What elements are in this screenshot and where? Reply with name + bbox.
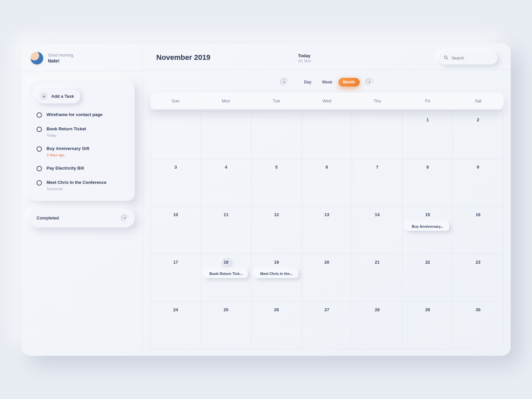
day-number: 17 [171, 258, 180, 266]
task-title: Meet Chris In the Conference [47, 180, 106, 186]
task-item[interactable]: Meet Chris In the ConferenceTomorrow [37, 180, 127, 191]
dow-label: Tue [251, 98, 302, 103]
calendar-cell[interactable]: 28 [352, 302, 403, 349]
day-number: 9 [473, 163, 483, 171]
day-number: 19 [272, 258, 281, 266]
prev-button[interactable] [280, 78, 289, 86]
day-number: 27 [322, 306, 332, 314]
calendar-cell[interactable]: 16 [453, 207, 503, 254]
search-box[interactable] [439, 52, 497, 65]
dow-label: Sat [453, 98, 503, 103]
plus-icon: + [40, 92, 48, 100]
calendar-cell[interactable]: 1 [403, 112, 453, 159]
calendar-cell[interactable]: 17 [151, 254, 201, 302]
calendar-cell[interactable]: 19Meet Chris in the... [251, 254, 302, 302]
calendar-cell[interactable]: 24 [151, 302, 201, 349]
day-number: 3 [171, 163, 180, 171]
calendar-cell[interactable]: 2 [453, 112, 503, 159]
task-checkbox[interactable] [37, 166, 42, 171]
task-item[interactable]: Pay Electricity Bill [37, 166, 127, 171]
day-number: 4 [221, 163, 231, 171]
dow-label: Thu [352, 98, 403, 103]
day-number: 6 [322, 163, 332, 171]
calendar-cell[interactable]: 13 [302, 207, 352, 254]
main-panel: November 2019 Today 18, Mon Day Week Mon… [143, 43, 511, 356]
task-card: + Add a Task Wireframe for contact pageB… [29, 81, 135, 201]
day-number: 10 [171, 211, 180, 219]
calendar-cell[interactable]: 15Buy Anniversary... [403, 207, 453, 254]
calendar-cell[interactable]: 9 [453, 159, 503, 207]
day-number: 11 [221, 211, 231, 219]
view-month[interactable]: Month [338, 78, 360, 86]
profile-text: Good morning, Nate! [48, 53, 74, 64]
calendar-cell[interactable]: 8 [403, 159, 453, 207]
dow-row: SunMonTueWedThuFriSat [150, 92, 503, 109]
completed-toggle[interactable]: Completed [29, 209, 135, 227]
task-checkbox[interactable] [37, 127, 42, 132]
task-checkbox[interactable] [37, 146, 42, 152]
calendar-cell[interactable]: 26 [251, 302, 302, 349]
task-checkbox[interactable] [37, 112, 42, 118]
calendar-cell[interactable]: 4 [201, 159, 252, 207]
calendar-cell[interactable]: 29 [403, 302, 453, 349]
day-number: 15 [423, 211, 432, 219]
calendar-cell [302, 112, 352, 159]
user-name: Nate! [48, 58, 74, 64]
day-number: 21 [373, 258, 382, 266]
search-input[interactable] [452, 56, 490, 61]
calendar-cell[interactable]: 20 [302, 254, 352, 302]
day-number: 23 [473, 258, 483, 266]
day-number: 24 [171, 306, 180, 314]
task-subtext: 3 days ago [47, 153, 89, 157]
task-item[interactable]: Book Return TicketToday [37, 126, 127, 137]
calendar-cell[interactable]: 7 [352, 159, 403, 207]
calendar-cell[interactable]: 14 [352, 207, 403, 254]
view-day[interactable]: Day [299, 78, 316, 86]
day-number: 7 [373, 163, 382, 171]
day-number: 1 [423, 116, 432, 124]
task-title: Wireframe for contact page [47, 112, 102, 118]
calendar-event[interactable]: Book Return Tick... [204, 269, 248, 278]
completed-label: Completed [37, 215, 59, 220]
day-number: 22 [423, 258, 432, 266]
task-subtext: Today [47, 133, 86, 137]
greeting-text: Good morning, [48, 53, 74, 58]
task-item[interactable]: Wireframe for contact page [37, 112, 127, 118]
search-icon [444, 55, 448, 61]
day-number: 29 [423, 306, 432, 314]
next-button[interactable] [365, 78, 374, 86]
calendar-cell[interactable]: 23 [453, 254, 503, 302]
task-checkbox[interactable] [37, 180, 42, 186]
dow-label: Sun [150, 98, 201, 103]
add-task-button[interactable]: + Add a Task [37, 89, 80, 103]
day-number: 30 [473, 306, 483, 314]
calendar-cell [201, 112, 252, 159]
calendar-cell[interactable]: 25 [201, 302, 252, 349]
task-subtext: Tomorrow [47, 187, 106, 191]
calendar-cell[interactable]: 11 [201, 207, 252, 254]
avatar[interactable] [31, 52, 43, 65]
calendar-cell[interactable]: 10 [151, 207, 201, 254]
calendar-cell[interactable]: 27 [302, 302, 352, 349]
calendar-event[interactable]: Meet Chris in the... [255, 269, 298, 278]
add-task-label: Add a Task [51, 94, 74, 99]
sidebar: Good morning, Nate! + Add a Task Wirefra… [21, 43, 143, 356]
calendar-cell[interactable]: 3 [151, 159, 201, 207]
day-number: 8 [423, 163, 432, 171]
view-week[interactable]: Week [317, 78, 337, 86]
day-number: 18 [221, 258, 231, 266]
calendar-cell[interactable]: 18Book Return Tick... [201, 254, 252, 302]
calendar-cell[interactable]: 30 [453, 302, 503, 349]
today-block: Today 18, Mon [298, 53, 311, 63]
day-number: 20 [322, 258, 332, 266]
calendar-event[interactable]: Buy Anniversary... [406, 222, 450, 231]
today-date: 18, Mon [298, 59, 311, 63]
calendar-cell[interactable]: 21 [352, 254, 403, 302]
calendar-cell[interactable]: 12 [251, 207, 302, 254]
task-item[interactable]: Buy Anniversary Gift3 days ago [37, 146, 127, 157]
chevron-down-icon [121, 214, 129, 222]
calendar-cell[interactable]: 5 [251, 159, 302, 207]
calendar-cell[interactable]: 6 [302, 159, 352, 207]
day-number: 26 [272, 306, 281, 314]
calendar-cell[interactable]: 22 [403, 254, 453, 302]
